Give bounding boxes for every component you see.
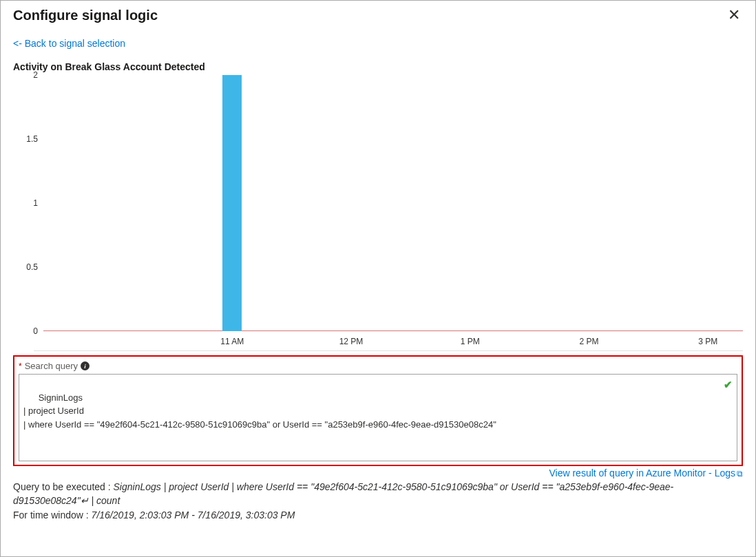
view-result-link[interactable]: View result of query in Azure Monitor - … <box>549 467 743 479</box>
chart-x-tick: 11 AM <box>220 337 244 346</box>
panel-header: Configure signal logic ✕ <box>13 1 743 28</box>
search-query-text: SigninLogs | project UserId | where User… <box>23 392 496 430</box>
search-query-label-row: * Search query i <box>19 361 737 371</box>
query-to-execute-line: Query to be executed : SigninLogs | proj… <box>13 480 743 508</box>
time-window-line: For time window : 7/16/2019, 2:03:03 PM … <box>13 508 743 522</box>
info-icon[interactable]: i <box>81 361 90 370</box>
search-query-label: Search query <box>25 361 78 371</box>
chart-y-tick: 1.5 <box>13 134 38 144</box>
time-window-label: For time window : <box>13 509 92 521</box>
valid-check-icon: ✔ <box>724 377 733 393</box>
view-result-link-text: View result of query in Azure Monitor - … <box>549 467 735 479</box>
chart-y-tick: 2 <box>13 70 38 80</box>
search-query-section: * Search query i SigninLogs | project Us… <box>13 355 743 466</box>
chart-y-tick: 1 <box>13 198 38 208</box>
chart-x-axis: 11 AM12 PM1 PM2 PM3 PM <box>43 331 743 350</box>
required-indicator: * <box>19 362 22 370</box>
chart-x-tick: 2 PM <box>579 337 598 346</box>
search-query-input[interactable]: SigninLogs | project UserId | where User… <box>19 374 737 461</box>
chart: 00.511.52 11 AM12 PM1 PM2 PM3 PM <box>34 75 743 351</box>
time-window-value: 7/16/2019, 2:03:03 PM - 7/16/2019, 3:03:… <box>92 509 295 521</box>
external-link-icon: ⧉ <box>737 469 743 479</box>
panel-title: Configure signal logic <box>13 8 158 23</box>
chart-bar <box>222 75 242 331</box>
chart-y-tick: 0 <box>13 326 38 336</box>
signal-logic-panel: Configure signal logic ✕ <- Back to sign… <box>0 0 756 557</box>
close-icon[interactable]: ✕ <box>725 6 743 24</box>
chart-x-tick: 1 PM <box>461 337 480 346</box>
chart-title: Activity on Break Glass Account Detected <box>13 61 743 72</box>
query-execution-info: Query to be executed : SigninLogs | proj… <box>13 480 743 522</box>
chart-y-tick: 0.5 <box>13 262 38 272</box>
chart-x-tick: 12 PM <box>339 337 364 346</box>
view-result-row: View result of query in Azure Monitor - … <box>13 467 743 479</box>
chart-plot: 00.511.52 <box>43 75 743 331</box>
chart-x-tick: 3 PM <box>698 337 717 346</box>
query-to-execute-label: Query to be executed : <box>13 481 114 492</box>
back-link[interactable]: <- Back to signal selection <box>13 38 125 49</box>
